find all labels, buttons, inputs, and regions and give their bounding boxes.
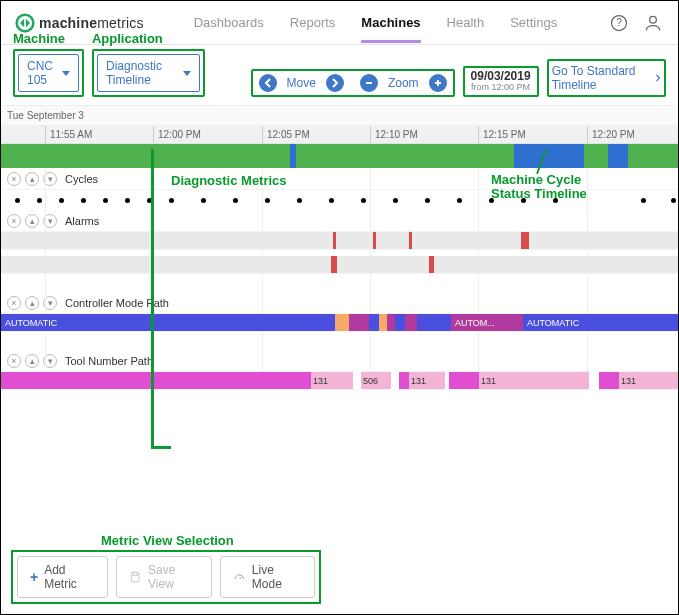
- cycle-segment: [296, 144, 514, 168]
- timeline-panel: Tue September 3 11:55 AM12:00 PM12:05 PM…: [1, 105, 678, 390]
- svg-point-0: [17, 14, 34, 31]
- tool-number-lane: 131506131131131: [1, 372, 678, 390]
- cycle-segment: [1, 144, 290, 168]
- application-dropdown-label: Diagnostic Timeline: [106, 59, 175, 87]
- controller-mode-lane: AUTOMATICAUTOM...AUTOMATIC: [1, 314, 678, 332]
- cycle-dot: [521, 198, 526, 203]
- time-tick: 12:10 PM: [370, 126, 418, 143]
- standard-timeline-link[interactable]: Go To Standard Timeline: [552, 64, 661, 92]
- tool-segment: 131: [409, 372, 445, 389]
- remove-row-icon[interactable]: ×: [7, 296, 21, 310]
- row-down-icon[interactable]: ▾: [43, 354, 57, 368]
- cycle-dot: [553, 198, 558, 203]
- help-icon[interactable]: ?: [608, 12, 630, 34]
- cycle-segment: [514, 144, 584, 168]
- cycles-label: Cycles: [65, 173, 98, 185]
- nav-settings[interactable]: Settings: [510, 3, 557, 43]
- row-up-icon[interactable]: ▴: [25, 214, 39, 228]
- row-up-icon[interactable]: ▴: [25, 172, 39, 186]
- time-tick: 12:00 PM: [153, 126, 201, 143]
- row-up-icon[interactable]: ▴: [25, 354, 39, 368]
- remove-row-icon[interactable]: ×: [7, 354, 21, 368]
- alarm-block: [521, 232, 529, 249]
- tool-segment: [449, 372, 479, 389]
- cycle-dot: [15, 198, 20, 203]
- move-left-button[interactable]: [259, 74, 277, 92]
- metric-view-selection-annotation: Metric View Selection: [101, 533, 668, 548]
- cycle-dot: [169, 198, 174, 203]
- cycles-dots-lane: [1, 190, 678, 210]
- tool-segment: 131: [619, 372, 679, 389]
- footer-controls: Metric View Selection + Add Metric Save …: [11, 533, 668, 604]
- zoom-in-button[interactable]: [429, 74, 447, 92]
- save-view-button[interactable]: Save View: [116, 556, 212, 598]
- date-selector[interactable]: 09/03/2019 from 12:00 PM: [463, 66, 539, 97]
- cycle-dot: [125, 198, 130, 203]
- machine-dropdown[interactable]: CNC 105: [18, 54, 79, 92]
- add-metric-label: Add Metric: [44, 563, 95, 591]
- brand-name: machinemetrics: [39, 15, 144, 31]
- tool-segment: [399, 372, 409, 389]
- controls-row: Machine CNC 105 Application Diagnostic T…: [1, 45, 678, 105]
- cycle-dot: [297, 198, 302, 203]
- cycles-row-header: × ▴ ▾ Cycles: [1, 168, 678, 190]
- chevron-down-icon: [183, 71, 191, 76]
- controller-label: Controller Mode Path: [65, 297, 169, 309]
- zoom-out-button[interactable]: [360, 74, 378, 92]
- nav-health[interactable]: Health: [447, 3, 485, 43]
- alarm-block: [331, 256, 337, 273]
- time-tick: 11:55 AM: [45, 126, 92, 143]
- move-right-button[interactable]: [326, 74, 344, 92]
- tool-segment: [599, 372, 619, 389]
- row-down-icon[interactable]: ▾: [43, 214, 57, 228]
- timeline-day-label: Tue September 3: [1, 105, 678, 126]
- save-view-label: Save View: [148, 563, 199, 591]
- time-tick: 12:15 PM: [478, 126, 526, 143]
- standard-timeline-label: Go To Standard Timeline: [552, 64, 651, 92]
- main-nav: Dashboards Reports Machines Health Setti…: [194, 3, 557, 43]
- cycle-dot: [37, 198, 42, 203]
- nav-machines[interactable]: Machines: [361, 3, 420, 43]
- alarm-lane-2: [1, 256, 678, 274]
- row-up-icon[interactable]: ▴: [25, 296, 39, 310]
- row-down-icon[interactable]: ▾: [43, 296, 57, 310]
- user-icon[interactable]: [642, 12, 664, 34]
- controller-segment: AUTOMATIC: [1, 314, 335, 331]
- remove-row-icon[interactable]: ×: [7, 172, 21, 186]
- timeline-ticks: 11:55 AM12:00 PM12:05 PM12:10 PM12:15 PM…: [1, 126, 678, 144]
- controller-segment: [349, 314, 369, 331]
- tool-segment: 506: [361, 372, 391, 389]
- controller-segment: AUTOMATIC: [523, 314, 679, 331]
- tool-row-header: × ▴ ▾ Tool Number Path: [1, 350, 678, 372]
- alarm-lane-1: [1, 232, 678, 250]
- cycle-dot: [361, 198, 366, 203]
- nav-reports[interactable]: Reports: [290, 3, 336, 43]
- controller-segment: [387, 314, 395, 331]
- tool-segment: 131: [311, 372, 353, 389]
- cycle-dot: [147, 198, 152, 203]
- tool-segment: 131: [479, 372, 589, 389]
- row-down-icon[interactable]: ▾: [43, 172, 57, 186]
- tool-segment: [1, 372, 311, 389]
- time-tick: 12:05 PM: [262, 126, 310, 143]
- controller-segment: [405, 314, 417, 331]
- date-from-label: from 12:00 PM: [471, 83, 530, 93]
- chevron-down-icon: [62, 71, 70, 76]
- cycle-dot: [393, 198, 398, 203]
- alarms-label: Alarms: [65, 215, 99, 227]
- remove-row-icon[interactable]: ×: [7, 214, 21, 228]
- cycle-dot: [329, 198, 334, 203]
- controller-row-header: × ▴ ▾ Controller Mode Path: [1, 292, 678, 314]
- add-metric-button[interactable]: + Add Metric: [17, 556, 108, 598]
- cycle-dot: [489, 198, 494, 203]
- cycle-segment: [608, 144, 628, 168]
- application-dropdown[interactable]: Diagnostic Timeline: [97, 54, 200, 92]
- application-selector-group: Application Diagnostic Timeline: [92, 31, 205, 97]
- cycle-dot: [233, 198, 238, 203]
- svg-point-3: [650, 16, 657, 23]
- live-mode-button[interactable]: Live Mode: [220, 556, 315, 598]
- plus-icon: +: [30, 571, 38, 583]
- cycle-segment: [628, 144, 679, 168]
- cycle-segment: [584, 144, 608, 168]
- brand-logo-icon: [15, 13, 35, 33]
